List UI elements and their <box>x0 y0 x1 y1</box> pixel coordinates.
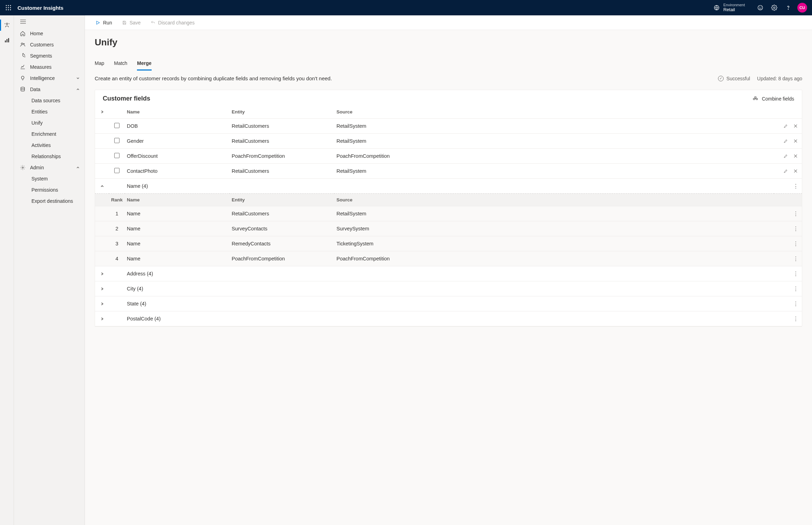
combine-fields-button[interactable]: Combine fields <box>753 96 794 102</box>
checkbox[interactable] <box>114 138 119 143</box>
nav-segments[interactable]: Segments <box>14 50 85 61</box>
help-icon[interactable] <box>781 2 795 13</box>
rail-bars-icon[interactable] <box>0 35 14 46</box>
nav-permissions[interactable]: Permissions <box>14 184 85 195</box>
chevron-right-icon[interactable] <box>99 271 105 277</box>
item-rank: 4 <box>109 251 125 266</box>
item-rank: 1 <box>109 206 125 221</box>
card-title: Customer fields <box>103 95 150 102</box>
nav-entities[interactable]: Entities <box>14 106 85 117</box>
svg-rect-25 <box>753 98 755 99</box>
nav-relationships[interactable]: Relationships <box>14 151 85 162</box>
status-badge: ✓ Successful <box>718 76 750 81</box>
nav-customers[interactable]: Customers <box>14 39 85 50</box>
field-name: DOB <box>125 119 230 134</box>
nav-unify[interactable]: Unify <box>14 117 85 128</box>
chevron-right-icon[interactable] <box>99 316 105 322</box>
remove-icon[interactable] <box>791 167 800 175</box>
chevron-right-icon[interactable] <box>99 286 105 292</box>
group-header[interactable]: State (4)⋮ <box>95 296 802 311</box>
rail-insights-icon[interactable] <box>0 20 14 31</box>
nav-data[interactable]: Data <box>14 84 85 95</box>
svg-point-2 <box>10 5 11 6</box>
nav-activities[interactable]: Activities <box>14 140 85 151</box>
nav-intelligence[interactable]: Intelligence <box>14 73 85 84</box>
svg-rect-27 <box>755 97 756 98</box>
nav-system[interactable]: System <box>14 173 85 184</box>
group-label: Name (4) <box>125 179 774 194</box>
field-source: RetailSystem <box>334 119 774 134</box>
more-icon[interactable]: ⋮ <box>791 254 800 263</box>
nav-home[interactable]: Home <box>14 28 85 39</box>
app-launcher-icon[interactable] <box>3 2 14 13</box>
checkbox[interactable] <box>114 168 119 173</box>
tab-map[interactable]: Map <box>95 60 104 71</box>
nav-label: Measures <box>30 64 51 70</box>
more-icon[interactable]: ⋮ <box>791 300 800 308</box>
item-entity: PoachFromCompetition <box>230 251 334 266</box>
chevron-up-icon[interactable] <box>99 183 105 189</box>
undo-icon <box>151 20 155 25</box>
more-icon[interactable]: ⋮ <box>791 315 800 323</box>
svg-point-5 <box>10 7 11 8</box>
combine-label: Combine fields <box>762 96 794 102</box>
chevron-right-icon[interactable] <box>99 301 105 307</box>
nav-measures[interactable]: Measures <box>14 61 85 73</box>
more-icon[interactable]: ⋮ <box>791 182 800 190</box>
field-row: GenderRetailCustomersRetailSystem <box>95 134 802 149</box>
group-header-name[interactable]: Name (4) ⋮ <box>95 179 802 194</box>
rename-icon[interactable] <box>782 167 790 175</box>
rename-icon[interactable] <box>782 137 790 145</box>
rename-icon[interactable] <box>782 152 790 160</box>
group-header[interactable]: PostalCode (4)⋮ <box>95 311 802 326</box>
nav-label: Permissions <box>31 187 58 193</box>
remove-icon[interactable] <box>791 137 800 145</box>
run-button[interactable]: Run <box>92 17 116 28</box>
sidebar-collapse-icon[interactable] <box>14 15 85 28</box>
settings-icon[interactable] <box>767 2 781 13</box>
measures-icon <box>20 64 26 70</box>
rename-icon[interactable] <box>782 122 790 130</box>
chevron-up-icon <box>76 87 80 92</box>
environment-picker[interactable]: Environment Retail <box>713 3 745 13</box>
avatar[interactable]: CU <box>797 3 807 13</box>
expand-all-icon[interactable] <box>99 109 105 115</box>
tab-match[interactable]: Match <box>114 60 127 71</box>
more-icon[interactable]: ⋮ <box>791 224 800 233</box>
more-icon[interactable]: ⋮ <box>791 284 800 293</box>
svg-rect-17 <box>8 38 9 42</box>
more-icon[interactable]: ⋮ <box>791 209 800 218</box>
smiley-icon[interactable] <box>753 2 767 13</box>
field-row: OfferDiscountPoachFromCompetitionPoachFr… <box>95 149 802 164</box>
tab-merge[interactable]: Merge <box>137 60 151 71</box>
customer-fields-card: Customer fields Combine fields Name Enti… <box>95 90 802 327</box>
nav-label: Admin <box>30 165 44 170</box>
checkbox[interactable] <box>114 153 119 158</box>
group-item-row: 2NameSurveyContactsSurveySystem⋮ <box>95 221 802 236</box>
more-icon[interactable]: ⋮ <box>791 239 800 248</box>
field-source: RetailSystem <box>334 164 774 179</box>
more-icon[interactable]: ⋮ <box>791 269 800 278</box>
nav-data-sources[interactable]: Data sources <box>14 95 85 106</box>
remove-icon[interactable] <box>791 122 800 130</box>
group-header[interactable]: Address (4)⋮ <box>95 266 802 281</box>
svg-point-13 <box>788 9 788 9</box>
svg-point-12 <box>774 7 775 9</box>
sidebar: Home Customers Segments Measures Intelli… <box>14 15 85 525</box>
checkbox[interactable] <box>114 123 119 128</box>
svg-point-24 <box>22 167 23 168</box>
group-header[interactable]: City (4)⋮ <box>95 281 802 296</box>
nav-admin[interactable]: Admin <box>14 162 85 173</box>
item-name: Name <box>125 251 230 266</box>
item-rank: 3 <box>109 236 125 251</box>
customers-icon <box>20 42 26 48</box>
svg-point-4 <box>8 7 9 8</box>
remove-icon[interactable] <box>791 152 800 160</box>
nav-label: Activities <box>31 142 51 148</box>
nav-export[interactable]: Export destinations <box>14 195 85 207</box>
nav-enrichment[interactable]: Enrichment <box>14 128 85 140</box>
item-source: RetailSystem <box>334 206 774 221</box>
cmd-label: Run <box>103 20 112 25</box>
svg-point-23 <box>21 87 25 88</box>
chevron-down-icon <box>76 75 80 81</box>
